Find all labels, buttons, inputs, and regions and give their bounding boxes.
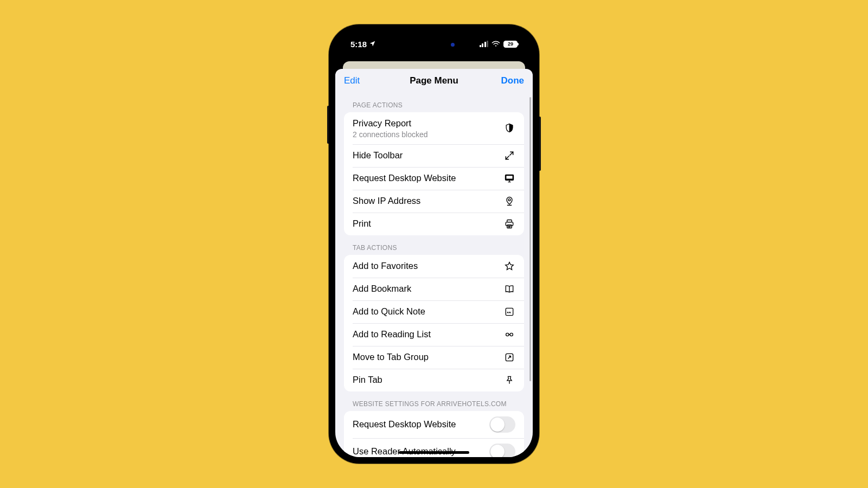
- row-label: Hide Toolbar: [353, 150, 503, 161]
- row-label: Add to Favorites: [353, 260, 503, 272]
- phone-screen: 5:18 29: [335, 31, 533, 457]
- website-settings-card: Request Desktop Website Use Reader Autom…: [344, 411, 524, 457]
- row-label: Pin Tab: [353, 374, 503, 386]
- row-hide-toolbar[interactable]: Hide Toolbar: [344, 144, 524, 167]
- shield-half-icon: [503, 122, 515, 134]
- note-icon: [503, 306, 515, 318]
- row-pin-tab[interactable]: Pin Tab: [344, 369, 524, 391]
- sheet-title: Page Menu: [410, 75, 458, 86]
- row-label: Move to Tab Group: [353, 351, 503, 363]
- row-add-reading-list[interactable]: Add to Reading List: [344, 323, 524, 346]
- row-sub: 2 connections blocked: [353, 130, 503, 139]
- tab-actions-card: Add to Favorites Add Bookmark: [344, 255, 524, 391]
- page-menu-sheet: Edit Page Menu Done PAGE ACTIONS Privacy…: [335, 69, 533, 457]
- row-ws-request-desktop[interactable]: Request Desktop Website: [344, 411, 524, 438]
- book-icon: [503, 283, 515, 295]
- row-add-bookmark[interactable]: Add Bookmark: [344, 278, 524, 300]
- star-icon: [503, 260, 515, 272]
- row-print[interactable]: Print: [344, 213, 524, 235]
- dynamic-island: [403, 36, 465, 53]
- row-ws-reader-auto[interactable]: Use Reader Automatically: [344, 438, 524, 457]
- row-privacy-report[interactable]: Privacy Report 2 connections blocked: [344, 112, 524, 144]
- cellular-icon: [480, 41, 489, 47]
- desktop-icon: [503, 172, 515, 184]
- section-header-page-actions: PAGE ACTIONS: [335, 93, 533, 112]
- row-label: Add Bookmark: [353, 283, 503, 294]
- battery-icon: 29: [503, 41, 518, 48]
- toggle-request-desktop[interactable]: [489, 416, 515, 433]
- row-label: Show IP Address: [353, 195, 503, 207]
- home-indicator[interactable]: [399, 451, 469, 454]
- svg-point-2: [508, 198, 510, 201]
- row-label: Request Desktop Website: [353, 419, 489, 430]
- row-label: Print: [353, 218, 503, 229]
- row-label: Add to Quick Note: [353, 306, 503, 317]
- phone-frame: 5:18 29: [329, 24, 539, 464]
- pin-icon: [503, 374, 515, 386]
- map-pin-icon: [503, 195, 515, 207]
- row-show-ip[interactable]: Show IP Address: [344, 190, 524, 213]
- row-add-quick-note[interactable]: Add to Quick Note: [344, 300, 524, 323]
- row-label: Request Desktop Website: [353, 172, 503, 184]
- location-arrow-icon: [369, 40, 376, 49]
- wifi-icon: [492, 41, 500, 47]
- svg-point-7: [506, 333, 509, 336]
- printer-icon: [503, 218, 515, 230]
- camera-indicator-dot: [451, 43, 455, 47]
- battery-percent: 29: [508, 41, 513, 47]
- page-actions-card: Privacy Report 2 connections blocked: [344, 112, 524, 235]
- row-request-desktop[interactable]: Request Desktop Website: [344, 167, 524, 190]
- section-header-website-settings: WEBSITE SETTINGS FOR ARRIVEHOTELS.COM: [335, 391, 533, 411]
- row-add-favorites[interactable]: Add to Favorites: [344, 255, 524, 278]
- row-label: Privacy Report: [353, 118, 503, 129]
- svg-point-8: [510, 333, 513, 336]
- status-time: 5:18: [350, 40, 367, 49]
- sheet-header: Edit Page Menu Done: [335, 69, 533, 93]
- arrows-expand-icon: [503, 150, 515, 162]
- edit-button[interactable]: Edit: [344, 75, 376, 86]
- done-button[interactable]: Done: [492, 75, 524, 86]
- row-label: Add to Reading List: [353, 329, 503, 340]
- glasses-icon: [503, 329, 515, 341]
- square-arrow-icon: [503, 351, 515, 363]
- sheet-body: PAGE ACTIONS Privacy Report 2 connection…: [335, 93, 533, 457]
- svg-rect-1: [506, 175, 513, 179]
- row-move-tab-group[interactable]: Move to Tab Group: [344, 346, 524, 369]
- toggle-reader-auto[interactable]: [489, 444, 515, 457]
- section-header-tab-actions: TAB ACTIONS: [335, 235, 533, 255]
